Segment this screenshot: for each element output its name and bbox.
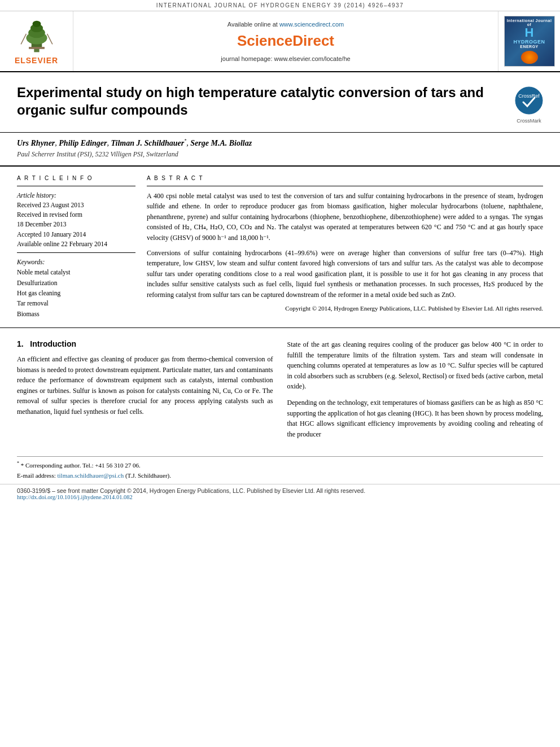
journal-logo-hydrogen: H	[525, 27, 534, 39]
keyword-3: Hot gas cleaning	[17, 288, 135, 298]
abstract-para-2: Conversions of sulfur containing hydroca…	[147, 248, 543, 300]
introduction-section: 1. Introduction An efficient and effecti…	[0, 328, 560, 456]
crossmark-icon: CrossRef	[515, 86, 543, 115]
intro-para-1: An efficient and effective gas cleaning …	[17, 354, 273, 417]
bottom-bar: 0360-3199/$ – see front matter Copyright…	[0, 484, 560, 503]
journal-logo-circle	[521, 51, 538, 64]
copyright-text: Copyright © 2014, Hydrogen Energy Public…	[147, 305, 543, 312]
abstract-para-1: A 400 cpsi noble metal catalyst was used…	[147, 191, 543, 243]
intro-para-2: State of the art gas cleaning requires c…	[287, 339, 544, 392]
keyword-2: Desulfurization	[17, 278, 135, 288]
intro-number: 1.	[17, 339, 24, 348]
sciencedirect-url[interactable]: www.sciencedirect.com	[279, 21, 344, 28]
intro-title: Introduction	[30, 339, 76, 348]
keyword-5: Biomass	[17, 309, 135, 319]
doi-link[interactable]: http://dx.doi.org/10.1016/j.ijhydene.201…	[17, 494, 543, 500]
revised-date: 18 December 2013	[17, 220, 135, 229]
journal-homepage-text: journal homepage: www.elsevier.com/locat…	[221, 55, 350, 62]
corresponding-author-text: * Corresponding author. Tel.: +41 56 310…	[21, 462, 141, 469]
history-label: Article history:	[17, 192, 56, 199]
author-edinger: Philip Edinger	[59, 139, 107, 147]
keyword-1: Noble metal catalyst	[17, 267, 135, 277]
svg-text:CrossRef: CrossRef	[518, 93, 540, 99]
abstract-divider	[147, 186, 543, 186]
sciencedirect-logo: ScienceDirect	[237, 32, 334, 50]
banner-text: INTERNATIONAL JOURNAL OF HYDROGEN ENERGY…	[156, 2, 404, 8]
journal-banner: INTERNATIONAL JOURNAL OF HYDROGEN ENERGY…	[0, 0, 560, 11]
crossmark-section: CrossRef CrossMark	[515, 84, 543, 124]
available-online-date: Available online 22 February 2014	[17, 239, 135, 249]
keywords-divider	[17, 252, 135, 253]
journal-logo-line3: ENERGY	[520, 45, 539, 49]
article-history-label: Article history:	[17, 191, 135, 200]
footnote-email: E-mail address: tilman.schildhauer@psi.c…	[17, 471, 543, 481]
available-online-text: Available online at www.sciencedirect.co…	[228, 21, 344, 28]
intro-heading: 1. Introduction	[17, 339, 273, 348]
svg-rect-6	[29, 47, 45, 49]
article-info-abstract-section: A R T I C L E I N F O Article history: R…	[0, 167, 560, 328]
email-suffix: (T.J. Schildhauer).	[125, 472, 171, 479]
intro-right-col: State of the art gas cleaning requires c…	[287, 339, 544, 445]
title-section: Experimental study on high temperature c…	[0, 72, 560, 133]
svg-line-8	[47, 33, 52, 44]
author-schildhauer: Tilman J. Schildhauer	[111, 139, 184, 147]
email-address[interactable]: tilman.schildhauer@psi.ch	[57, 472, 124, 479]
article-info-divider	[17, 186, 135, 186]
author-rhyner: Urs Rhyner	[17, 139, 55, 147]
email-label: E-mail address:	[17, 472, 56, 479]
svg-point-9	[515, 87, 542, 114]
received-revised-label: Received in revised form	[17, 210, 135, 220]
science-text: Science	[237, 32, 292, 49]
keyword-4: Tar removal	[17, 298, 135, 308]
issn-text: 0360-3199/$ – see front matter Copyright…	[17, 487, 543, 494]
abstract-col: A B S T R A C T A 400 cpsi noble metal c…	[147, 175, 543, 319]
accepted-date: Accepted 10 January 2014	[17, 230, 135, 239]
intro-left-col: 1. Introduction An efficient and effecti…	[17, 339, 273, 445]
crossmark-label: CrossMark	[515, 118, 543, 124]
header-center: Available online at www.sciencedirect.co…	[73, 11, 498, 71]
elsevier-wordmark: ELSEVIER	[15, 56, 58, 65]
intro-body-left: An efficient and effective gas cleaning …	[17, 354, 273, 417]
svg-line-7	[21, 33, 26, 44]
footnote-section: * * Corresponding author. Tel.: +41 56 3…	[0, 457, 560, 484]
direct-text: Direct	[292, 32, 334, 49]
journal-header: ELSEVIER Available online at www.science…	[0, 11, 560, 72]
paper-title: Experimental study on high temperature c…	[17, 84, 506, 119]
article-info-col: A R T I C L E I N F O Article history: R…	[17, 175, 135, 319]
abstract-label: A B S T R A C T	[147, 175, 543, 181]
journal-logo-box: International Journal of H HYDROGEN ENER…	[504, 16, 555, 67]
intro-para-3: Depending on the technology, exit temper…	[287, 397, 544, 439]
journal-logo-section: International Journal of H HYDROGEN ENER…	[498, 11, 560, 71]
abstract-text: A 400 cpsi noble metal catalyst was used…	[147, 191, 543, 300]
author-biollaz: Serge M.A. Biollaz	[190, 139, 252, 147]
intro-body-right: State of the art gas cleaning requires c…	[287, 339, 544, 439]
authors-line: Urs Rhyner, Philip Edinger, Tilman J. Sc…	[17, 138, 543, 148]
article-info-label: A R T I C L E I N F O	[17, 175, 135, 181]
elsevier-logo-section: ELSEVIER	[0, 11, 73, 71]
svg-point-5	[32, 20, 41, 27]
authors-section: Urs Rhyner, Philip Edinger, Tilman J. Sc…	[0, 133, 560, 167]
keywords-label: Keywords:	[17, 259, 135, 265]
footnote-corresponding: * * Corresponding author. Tel.: +41 56 3…	[17, 460, 543, 470]
affiliation-text: Paul Scherrer Institut (PSI), 5232 Villi…	[17, 150, 543, 159]
elsevier-logo: ELSEVIER	[14, 18, 59, 65]
received-date: Received 23 August 2013	[17, 200, 135, 210]
journal-logo-line2: HYDROGEN	[513, 39, 545, 45]
elsevier-tree-icon	[14, 18, 59, 55]
